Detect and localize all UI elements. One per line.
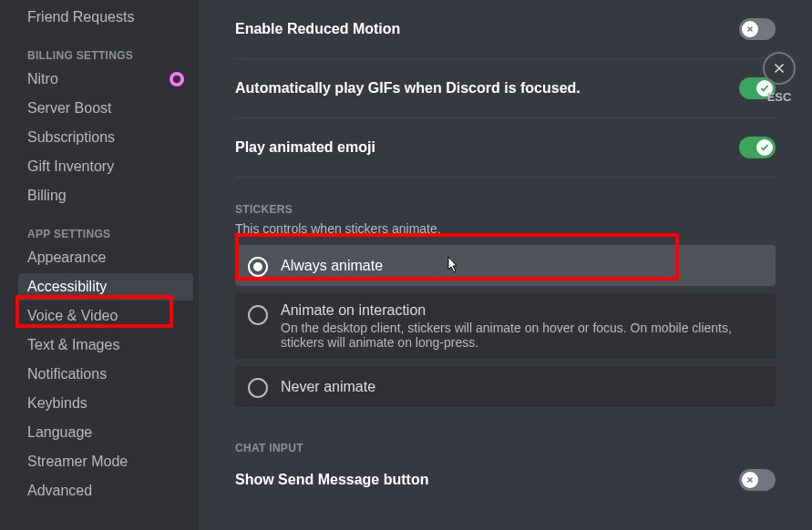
settings-sidebar: Friend Requests BILLING SETTINGS Nitro S… xyxy=(0,0,199,530)
svg-point-0 xyxy=(173,76,180,83)
toggle-reduced-motion[interactable] xyxy=(739,18,776,40)
sidebar-item-language[interactable]: Language xyxy=(18,419,193,446)
sidebar-item-voice-video[interactable]: Voice & Video xyxy=(18,302,193,330)
sidebar-item-streamer-mode[interactable]: Streamer Mode xyxy=(18,448,193,475)
toggle-knob-icon xyxy=(756,139,773,156)
radio-icon xyxy=(248,257,268,277)
sidebar-item-label: Keybinds xyxy=(27,395,87,412)
sidebar-item-label: Nitro xyxy=(27,71,58,87)
close-button[interactable]: ESC xyxy=(763,52,796,104)
toggle-animated-emoji[interactable] xyxy=(739,137,776,158)
sidebar-item-label: Notifications xyxy=(27,366,107,382)
setting-show-send-label: Show Send Message button xyxy=(235,472,428,488)
sidebar-item-label: Advanced xyxy=(27,483,92,499)
sidebar-item-billing[interactable]: Billing xyxy=(18,182,193,209)
sidebar-item-friend-requests[interactable]: Friend Requests xyxy=(18,4,193,31)
radio-label: Never animate xyxy=(281,379,763,395)
sidebar-item-text-images[interactable]: Text & Images xyxy=(18,331,193,359)
sidebar-item-nitro[interactable]: Nitro xyxy=(18,66,193,93)
toggle-knob-icon xyxy=(742,21,758,37)
sidebar-item-advanced[interactable]: Advanced xyxy=(18,477,193,505)
setting-reduced-motion-label: Enable Reduced Motion xyxy=(235,21,400,37)
sidebar-item-notifications[interactable]: Notifications xyxy=(18,361,193,388)
section-header-chat-input: CHAT INPUT xyxy=(235,442,776,454)
radio-always-animate[interactable]: Always animate xyxy=(235,245,776,286)
close-label: ESC xyxy=(767,90,792,104)
sidebar-item-gift-inventory[interactable]: Gift Inventory xyxy=(18,153,193,180)
sidebar-header-app: APP SETTINGS xyxy=(18,211,193,244)
sidebar-item-label: Billing xyxy=(27,188,67,204)
sidebar-item-keybinds[interactable]: Keybinds xyxy=(18,390,193,417)
stickers-radio-group: Always animate Animate on interaction On… xyxy=(235,245,776,407)
radio-animate-on-interaction[interactable]: Animate on interaction On the desktop cl… xyxy=(235,293,776,359)
sidebar-item-label: Accessibility xyxy=(27,279,107,295)
toggle-show-send[interactable] xyxy=(739,469,776,491)
radio-icon xyxy=(248,378,268,398)
sidebar-item-label: Appearance xyxy=(27,250,106,266)
setting-autoplay-gifs-label: Automatically play GIFs when Discord is … xyxy=(235,80,581,97)
setting-animated-emoji-label: Play animated emoji xyxy=(235,139,375,156)
section-desc-stickers: This controls when stickers animate. xyxy=(235,221,776,236)
section-header-stickers: STICKERS xyxy=(235,203,776,216)
radio-label: Always animate xyxy=(281,258,763,274)
close-icon xyxy=(763,52,796,85)
sidebar-item-accessibility[interactable]: Accessibility xyxy=(18,273,193,301)
settings-content: Enable Reduced Motion Automatically play… xyxy=(199,0,812,530)
radio-desc: On the desktop client, stickers will ani… xyxy=(281,321,763,350)
sidebar-item-label: Text & Images xyxy=(27,337,119,353)
sidebar-item-label: Server Boost xyxy=(27,100,111,117)
nitro-badge-icon xyxy=(170,72,184,87)
sidebar-item-label: Gift Inventory xyxy=(27,158,114,175)
sidebar-item-label: Streamer Mode xyxy=(27,454,128,470)
sidebar-item-subscriptions[interactable]: Subscriptions xyxy=(18,124,193,151)
radio-never-animate[interactable]: Never animate xyxy=(235,366,776,407)
radio-icon xyxy=(248,305,268,325)
sidebar-header-billing: BILLING SETTINGS xyxy=(18,33,193,66)
sidebar-item-label: Voice & Video xyxy=(27,308,118,324)
sidebar-item-label: Subscriptions xyxy=(27,129,115,146)
toggle-knob-icon xyxy=(742,472,758,488)
radio-label: Animate on interaction xyxy=(281,302,763,319)
sidebar-item-label: Friend Requests xyxy=(27,9,134,25)
sidebar-item-appearance[interactable]: Appearance xyxy=(18,244,193,271)
sidebar-item-server-boost[interactable]: Server Boost xyxy=(18,95,193,122)
sidebar-item-label: Language xyxy=(27,424,92,441)
